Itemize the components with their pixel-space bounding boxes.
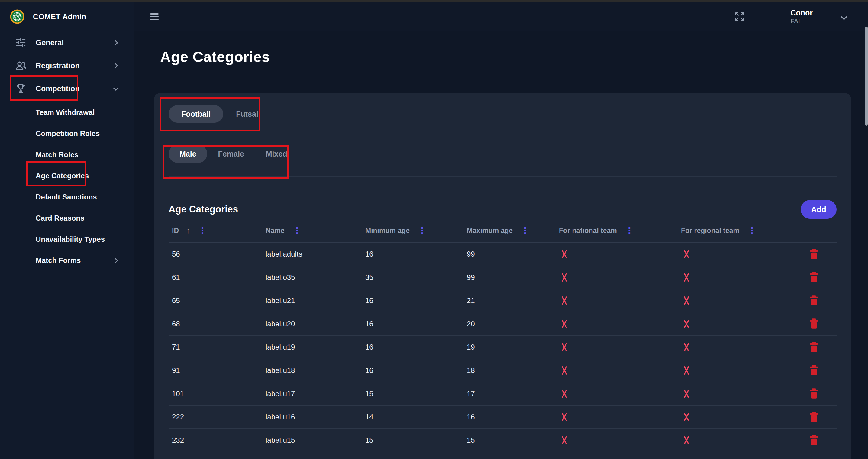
tab-mixed[interactable]: Mixed	[255, 145, 298, 163]
table-row: 91label.u181618	[168, 359, 837, 382]
delete-button[interactable]	[807, 433, 821, 448]
kebab-menu-icon[interactable]: ⋮	[417, 225, 428, 236]
cell-for-national-team	[556, 435, 678, 446]
delete-button[interactable]	[807, 363, 821, 378]
user-name: Conor	[790, 8, 813, 17]
cell-id: 68	[168, 320, 262, 328]
page-title: Age Categories	[160, 48, 868, 66]
table-body: 56label.adults169961label.o35359965label…	[168, 243, 837, 452]
scrollbar-thumb[interactable]	[865, 27, 868, 126]
chevron-down-icon[interactable]	[841, 13, 847, 20]
cell-for-regional-team	[678, 272, 788, 283]
tab-male[interactable]: Male	[168, 145, 207, 163]
cell-for-regional-team	[678, 388, 788, 399]
tab-futsal[interactable]: Futsal	[223, 105, 271, 123]
kebab-menu-icon[interactable]: ⋮	[624, 225, 635, 236]
hamburger-menu-icon[interactable]	[150, 12, 159, 22]
add-button[interactable]: Add	[801, 200, 837, 219]
column-header-maximum-age[interactable]: Maximum age⋮	[463, 225, 556, 236]
fullscreen-expand-icon[interactable]	[734, 11, 745, 22]
table-row: 61label.o353599	[168, 266, 837, 289]
section-title: Age Categories	[168, 204, 238, 215]
cell-name: label.u17	[262, 390, 362, 398]
sidebar-item-card-reasons[interactable]: Card Reasons	[0, 208, 134, 229]
sidebar-item-label: Unavailability Types	[36, 235, 105, 244]
cell-minimum-age: 16	[362, 320, 463, 328]
cross-icon	[681, 388, 788, 399]
cell-for-regional-team	[678, 365, 788, 376]
cross-icon	[559, 435, 678, 446]
cell-for-regional-team	[678, 295, 788, 306]
sidebar-item-general[interactable]: General	[0, 31, 134, 54]
cell-minimum-age: 16	[362, 297, 463, 305]
column-header-name[interactable]: Name⋮	[262, 225, 362, 236]
cell-for-regional-team	[678, 435, 788, 446]
cell-for-national-team	[556, 342, 678, 353]
cross-icon	[559, 295, 678, 306]
cross-icon	[559, 272, 678, 283]
delete-button[interactable]	[807, 340, 821, 355]
cell-for-regional-team	[678, 318, 788, 329]
delete-button[interactable]	[807, 386, 821, 402]
trash-icon	[808, 373, 820, 377]
cell-name: label.u19	[262, 343, 362, 351]
comet-logo-icon	[10, 9, 25, 24]
sidebar-item-unavailability-types[interactable]: Unavailability Types	[0, 229, 134, 250]
app-title: COMET Admin	[33, 12, 86, 21]
sidebar-item-match-forms[interactable]: Match Forms	[0, 250, 134, 271]
cell-maximum-age: 99	[463, 273, 556, 282]
trash-icon	[808, 419, 820, 424]
kebab-menu-icon[interactable]: ⋮	[520, 225, 530, 236]
column-header-minimum-age[interactable]: Minimum age⋮	[362, 225, 463, 236]
sidebar-item-label: Registration	[36, 61, 80, 70]
cross-icon	[681, 365, 788, 376]
cross-icon	[681, 435, 788, 446]
sidebar-item-registration[interactable]: Registration	[0, 54, 134, 77]
cell-id: 56	[168, 250, 262, 258]
kebab-menu-icon[interactable]: ⋮	[197, 225, 208, 236]
topbar: Conor FAI	[134, 2, 868, 31]
column-label: For regional team	[681, 226, 739, 235]
cell-name: label.adults	[262, 250, 362, 258]
sidebar-item-competition-roles[interactable]: Competition Roles	[0, 123, 134, 144]
sidebar-item-team-withdrawal[interactable]: Team Withdrawal	[0, 102, 134, 123]
user-menu[interactable]: Conor FAI	[790, 8, 813, 25]
trash-icon	[808, 442, 820, 447]
delete-button[interactable]	[807, 247, 821, 262]
cell-maximum-age: 15	[463, 436, 556, 445]
cell-maximum-age: 18	[463, 366, 556, 375]
sidebar-item-label: Competition	[36, 84, 80, 93]
sidebar-item-label: Competition Roles	[36, 129, 100, 138]
delete-button[interactable]	[807, 270, 821, 285]
kebab-menu-icon[interactable]: ⋮	[747, 225, 757, 236]
table-row: 101label.u171517	[168, 382, 837, 405]
chevron-right-icon	[113, 40, 118, 45]
cell-for-regional-team	[678, 411, 788, 423]
trash-icon	[808, 256, 820, 261]
trash-icon	[808, 279, 820, 284]
kebab-menu-icon[interactable]: ⋮	[292, 225, 303, 236]
table-row: 68label.u201620	[168, 312, 837, 336]
cross-icon	[559, 388, 678, 399]
cell-maximum-age: 19	[463, 343, 556, 351]
delete-button[interactable]	[807, 409, 821, 425]
main-column: Conor FAI Age Categories FootballFutsal …	[134, 2, 868, 459]
sidebar-item-competition[interactable]: Competition	[0, 77, 134, 100]
column-header-for-national-team[interactable]: For national team⋮	[556, 225, 678, 236]
sidebar-item-label: Match Roles	[36, 151, 78, 159]
tab-football[interactable]: Football	[168, 105, 223, 123]
sidebar-item-default-sanctions[interactable]: Default Sanctions	[0, 186, 134, 208]
cell-for-regional-team	[678, 249, 788, 259]
tab-female[interactable]: Female	[207, 145, 255, 163]
cross-icon	[681, 272, 788, 283]
topbar-right: Conor FAI	[734, 8, 846, 25]
cell-name: label.u20	[262, 320, 362, 328]
cell-maximum-age: 16	[463, 413, 556, 421]
column-header-id[interactable]: ID↑⋮	[168, 225, 262, 236]
column-header-for-regional-team[interactable]: For regional team⋮	[678, 225, 788, 236]
sidebar-item-match-roles[interactable]: Match Roles	[0, 144, 134, 165]
chevron-right-icon	[113, 258, 118, 263]
delete-button[interactable]	[807, 316, 821, 332]
delete-button[interactable]	[807, 293, 821, 308]
sidebar-item-age-categories[interactable]: Age Categories	[0, 165, 134, 186]
